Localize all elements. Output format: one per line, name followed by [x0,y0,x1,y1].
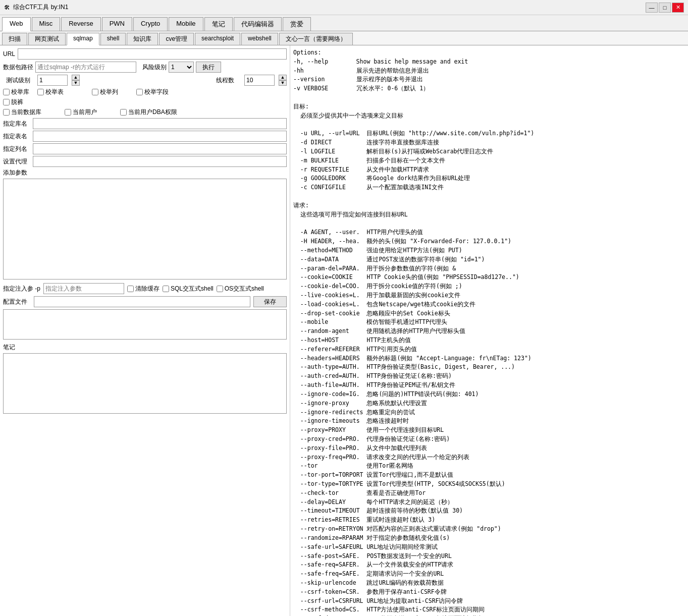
spec-db-input[interactable] [33,118,287,129]
config-label: 配置文件 [3,298,31,306]
minimize-button[interactable]: — [646,3,658,13]
checkbox-current-user[interactable]: 当前用户 [65,108,97,117]
url-label: URL [3,50,16,58]
threads-down-btn[interactable]: ▼ [279,80,287,86]
checkbox-enum-field[interactable]: 校举字段 [136,88,169,96]
notes-textarea[interactable] [3,353,287,414]
notes-label: 笔记 [3,343,287,352]
title-bar: 🛠 综合CTF工具 by:IN1 — □ ✕ [0,0,688,15]
main-content: URL 数据包路径 风险级别 123 执行 测试级别 ▲ ▼ 线程数 [0,45,688,616]
checkboxes-row3: 当前数据库 当前用户 当前用户DBA权限 [3,108,287,117]
spec-db-label: 指定库名 [3,120,31,128]
spec-db-row: 指定库名 [3,118,287,129]
sub-tab-bar: 扫描 网页测试 sqlmap shell 知识库 cve管理 searchspl… [0,31,688,45]
checkbox-sql-shell[interactable]: SQL交互式shell [163,285,214,293]
level-spinner: ▲ ▼ [72,75,80,86]
spec-col-input[interactable] [33,143,287,154]
subtab-scan[interactable]: 扫描 [2,33,27,45]
level-threads-row: 测试级别 ▲ ▼ 线程数 ▲ ▼ [3,75,287,86]
subtab-webshell[interactable]: webshell [241,33,278,45]
checkbox-clear-cache[interactable]: 清除缓存 [127,285,160,293]
spec-table-label: 指定表名 [3,132,31,141]
tab-pwn[interactable]: PWN [102,17,132,31]
app-title: 综合CTF工具 by:IN1 [13,3,68,12]
proxy-input[interactable] [33,156,287,167]
url-row: URL [3,48,287,60]
subtab-sqlmap[interactable]: sqlmap [67,33,99,45]
threads-input[interactable] [244,75,275,86]
tab-appreciation[interactable]: 赏爱 [283,17,311,31]
level-down-btn[interactable]: ▼ [72,80,80,86]
add-params-textarea[interactable] [3,179,287,279]
checkbox-dump[interactable]: 脱裤 [3,98,23,106]
tab-notes[interactable]: 笔记 [204,17,233,31]
threads-spinner: ▲ ▼ [279,75,287,86]
checkbox-enum-db[interactable]: 校举库 [3,88,29,96]
subtab-searchsploit[interactable]: searchsploit [195,33,240,45]
checkbox-os-shell[interactable]: OS交互式shell [217,285,264,293]
dbpath-label: 数据包路径 [3,63,33,72]
config-row: 配置文件 保存 [3,296,287,307]
checkbox-current-db[interactable]: 当前数据库 [3,108,41,117]
main-tab-bar: Web Misc Reverse PWN Crypto Mobile 笔记 代码… [0,15,688,31]
subtab-cve[interactable]: cve管理 [159,33,194,45]
inject-input[interactable] [43,283,124,294]
url-input[interactable] [18,48,287,60]
spec-col-row: 指定列名 [3,143,287,154]
subtab-wenxin[interactable]: 文心一言（需要网络） [279,33,353,45]
checkbox-enum-col[interactable]: 校举列 [92,88,118,96]
checkbox-enum-table[interactable]: 校举表 [37,88,64,96]
dbpath-row: 数据包路径 风险级别 123 执行 [3,62,287,73]
level-label: 测试级别 [3,76,33,85]
config-textarea[interactable] [3,309,287,340]
inject-row: 指定注入参 -p 清除缓存 SQL交互式shell OS交互式shell [3,283,287,294]
left-panel: URL 数据包路径 风险级别 123 执行 测试级别 ▲ ▼ 线程数 [0,45,290,616]
close-button[interactable]: ✕ [672,3,684,13]
tab-code-editor[interactable]: 代码编辑器 [234,17,282,31]
spec-table-row: 指定表名 [3,131,287,142]
spec-table-input[interactable] [33,131,287,142]
inject-label: 指定注入参 -p [3,285,40,293]
threads-up-btn[interactable]: ▲ [279,75,287,80]
dbpath-input[interactable] [35,62,136,73]
config-input[interactable] [34,296,250,307]
tab-misc[interactable]: Misc [32,17,61,31]
options-text: Options: -h, --help Show basic help mess… [293,48,685,616]
subtab-shell[interactable]: shell [100,33,126,45]
right-panel: Options: -h, --help Show basic help mess… [290,45,688,616]
proxy-row: 设置代理 [3,156,287,167]
tab-mobile[interactable]: Mobile [169,17,203,31]
level-up-btn[interactable]: ▲ [72,75,80,80]
tab-crypto[interactable]: Crypto [133,17,168,31]
threads-label: 线程数 [210,76,240,85]
risk-select[interactable]: 123 [169,62,194,73]
exec-button[interactable]: 执行 [196,62,221,73]
level-input[interactable] [37,75,68,86]
subtab-webtest[interactable]: 网页测试 [28,33,66,45]
maximize-button[interactable]: □ [659,3,671,13]
proxy-label: 设置代理 [3,157,31,166]
subtab-knowledge[interactable]: 知识库 [127,33,158,45]
risk-label: 风险级别 [142,63,167,72]
checkboxes-row1: 校举库 校举表 校举列 校举字段 [3,88,287,96]
spec-col-label: 指定列名 [3,145,31,153]
tab-web[interactable]: Web [2,17,31,31]
checkboxes-row2: 脱裤 [3,98,287,106]
tab-reverse[interactable]: Reverse [61,17,100,31]
save-button[interactable]: 保存 [253,296,287,307]
app-icon: 🛠 [4,4,10,11]
add-params-label: 添加参数 [3,169,287,177]
checkbox-dba[interactable]: 当前用户DBA权限 [120,108,177,117]
